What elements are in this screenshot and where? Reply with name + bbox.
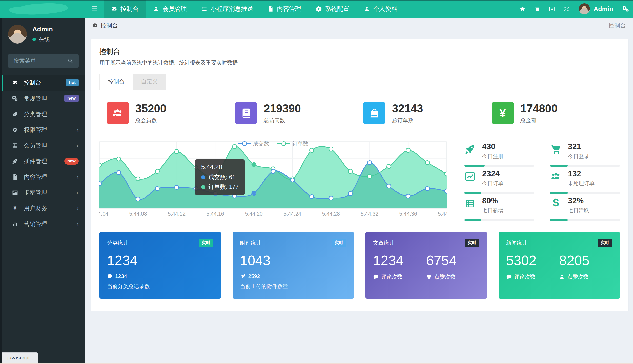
chart-tooltip: 5:44:20成交数: 61订单数: 177: [195, 159, 245, 195]
user-icon: [363, 6, 370, 12]
sidebar-menu: 控制台hot常规管理new分类管理权限管理‹会员管理‹插件管理new内容管理‹卡…: [2, 75, 85, 232]
nav-item-5[interactable]: 个人资料: [356, 0, 404, 18]
card-title: 文章统计: [373, 239, 394, 246]
brand-logo[interactable]: [0, 0, 85, 18]
realtime-badge: 实时: [598, 239, 612, 247]
table-icon: [12, 142, 18, 149]
x-tick-label: 5:44:20: [245, 211, 263, 217]
sidebar-item-5[interactable]: 插件管理new: [2, 153, 85, 169]
user-name: Admin: [32, 25, 53, 33]
sidebar-item-3[interactable]: 权限管理‹: [2, 122, 85, 138]
sidebar-item-2[interactable]: 分类管理: [2, 106, 85, 122]
card-title: 分类统计: [107, 239, 128, 246]
sidebar-item-label: 用户财务: [24, 204, 47, 212]
gauge-icon: [92, 22, 98, 28]
sidebar-item-6[interactable]: 内容管理‹: [2, 169, 85, 185]
nav-settings-button[interactable]: [618, 0, 633, 18]
summary-card-1[interactable]: 附件统计实时10432592当前上传的附件数量: [233, 232, 354, 299]
chartline-icon: [464, 171, 476, 182]
user-avatar[interactable]: [8, 25, 27, 44]
nav-user-menu[interactable]: Admin: [574, 0, 618, 18]
sidebar-item-9[interactable]: 营销管理‹: [2, 216, 85, 232]
sidebar: Admin 在线 控制台hot常规管理new分类管理权限管理‹会员管理‹插件管理…: [0, 18, 85, 364]
card-value: 1234: [107, 253, 213, 267]
nav-home-button[interactable]: [515, 0, 530, 18]
rocket-icon: [12, 158, 18, 164]
nav-item-1[interactable]: 会员管理: [146, 0, 194, 18]
sidebar-item-label: 插件管理: [24, 157, 47, 165]
nav-trash-button[interactable]: [530, 0, 544, 18]
sidebar-item-label: 卡密管理: [24, 189, 47, 197]
today-stat-value: 80%: [482, 196, 503, 205]
sidebar-item-4[interactable]: 会员管理‹: [2, 138, 85, 153]
sidebar-item-label: 内容管理: [24, 173, 47, 181]
card-value: 1234: [373, 253, 426, 267]
chart-legend: 成交数订单数: [99, 140, 447, 148]
tab-1[interactable]: 自定义: [133, 74, 166, 90]
stat-value: 32143: [392, 102, 423, 115]
user-icon: [153, 6, 159, 12]
breadcrumb-current[interactable]: 控制台: [100, 22, 118, 29]
sidebar-item-7[interactable]: 卡密管理‹: [2, 185, 85, 200]
stat-box-1: 219390总访问数: [235, 102, 363, 124]
breadcrumb-right: 控制台: [608, 22, 626, 29]
today-stat-value: 321: [568, 142, 589, 151]
panel-body: 35200总会员数219390总访问数32143总订单数¥174800总金额 5…: [91, 90, 628, 299]
progress-bar: [550, 192, 620, 194]
sidebar-item-0[interactable]: 控制台hot: [2, 75, 85, 91]
sidebar-toggle-button[interactable]: [85, 0, 104, 18]
chevron-left-icon: ‹: [76, 205, 79, 211]
today-stat-1: 321今日登录: [550, 140, 620, 167]
today-stat-4: 80%七日新增: [464, 194, 534, 221]
nav-item-0[interactable]: 控制台: [104, 0, 146, 18]
today-stat-5: $32%七日活跃: [550, 194, 620, 221]
summary-card-0[interactable]: 分类统计实时12341234当前分类总记录数: [99, 232, 221, 299]
summary-card-3[interactable]: 新闻统计实时5302评论次数8205点赞次数: [499, 232, 620, 299]
sidebar-item-label: 权限管理: [24, 126, 47, 134]
nav-item-2[interactable]: 小程序消息推送: [194, 0, 260, 18]
gear-icon: [315, 6, 322, 12]
svg-text:A: A: [551, 8, 553, 10]
today-stat-label: 今日注册: [482, 153, 503, 160]
sidebar-item-8[interactable]: ¥用户财务‹: [2, 200, 85, 216]
tab-0[interactable]: 控制台: [99, 74, 133, 90]
orders-area-chart[interactable]: 5:44:045:44:085:44:125:44:165:44:205:44:…: [99, 140, 447, 219]
dollar-icon: $: [550, 197, 561, 208]
x-tick-label: 5:44:32: [361, 211, 378, 217]
progress-bar: [464, 192, 534, 194]
book-icon: [240, 107, 252, 119]
chart-section: 5:44:045:44:085:44:125:44:165:44:205:44:…: [99, 140, 620, 221]
users-icon: [550, 171, 561, 182]
progress-bar: [550, 165, 620, 167]
screen-top-edge: [0, 0, 633, 1]
x-tick-label: 5:44:24: [283, 211, 301, 217]
nav-language-button[interactable]: A: [544, 0, 559, 18]
legend-item[interactable]: 订单数: [277, 140, 308, 147]
today-stat-0: 430今日注册: [464, 140, 534, 167]
chevron-left-icon: ‹: [76, 189, 79, 196]
nav-expand-button[interactable]: [559, 0, 574, 18]
sidebar-item-1[interactable]: 常规管理new: [2, 91, 85, 106]
stat-value: 219390: [264, 102, 301, 115]
stat-label: 总会员数: [135, 117, 166, 124]
nav-item-label: 小程序消息推送: [211, 5, 253, 13]
yen-icon: ¥: [499, 107, 506, 119]
nav-item-3[interactable]: 内容管理: [260, 0, 308, 18]
file-icon: [12, 174, 18, 180]
stat-box-3: ¥174800总金额: [492, 102, 620, 124]
card-value: 1043: [240, 253, 346, 267]
progress-bar: [464, 219, 534, 221]
users-icon: [112, 107, 124, 119]
summary-card-2[interactable]: 文章统计实时1234评论次数6754点赞次数: [365, 232, 487, 299]
nav-item-label: 控制台: [120, 5, 139, 13]
x-tick-label: 5:44:36: [399, 211, 417, 217]
stat-label: 总金额: [520, 117, 558, 124]
legend-item[interactable]: 成交数: [238, 140, 269, 147]
user-avatar-small: [579, 3, 590, 14]
today-stat-3: 132未处理订单: [550, 167, 620, 194]
card-value: 8205: [559, 253, 612, 267]
chevron-left-icon: ‹: [76, 174, 79, 180]
sidebar-search: [8, 54, 79, 68]
nav-item-4[interactable]: 系统配置: [308, 0, 356, 18]
today-stat-label: 未处理订单: [568, 180, 595, 187]
